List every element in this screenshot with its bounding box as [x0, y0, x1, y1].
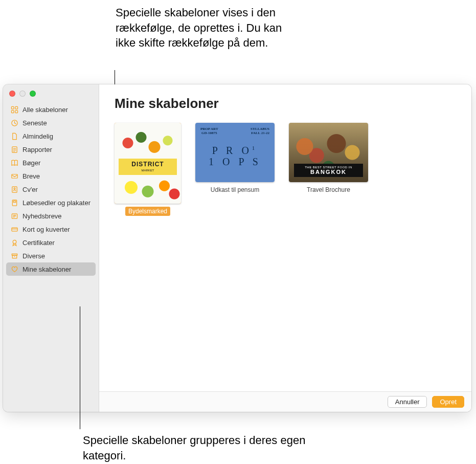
thumbnail-header: PROP ART GD-10875 SYLLABUS FALL 21-22 — [200, 127, 269, 135]
sidebar-item-newsletters[interactable]: Nyhedsbreve — [6, 209, 96, 223]
sidebar-item-letters[interactable]: Breve — [6, 169, 96, 183]
ribbon-icon — [10, 238, 18, 247]
template-chooser-window: Alle skabeloner Seneste Almindelig Rappo… — [3, 84, 471, 412]
svg-rect-6 — [11, 174, 17, 178]
sidebar-item-label: Seneste — [22, 119, 47, 127]
sidebar-item-label: Cv'er — [22, 186, 38, 193]
thumbnail-center-text: P R O1 1 O P S — [195, 142, 275, 167]
sidebar-item-label: Kort og kuverter — [22, 226, 70, 233]
thumb-top-right-2: FALL 21-22 — [251, 131, 269, 135]
thumb-top-left-1: PROP ART — [200, 127, 218, 131]
archive-icon — [10, 252, 18, 260]
close-window-button[interactable] — [9, 91, 15, 97]
window-controls — [3, 84, 99, 102]
thumbnail-art: PROP ART GD-10875 SYLLABUS FALL 21-22 P … — [195, 123, 275, 182]
person-doc-icon — [10, 185, 18, 193]
callout-top: Specielle skabeloner vises i den rækkefø… — [116, 5, 289, 51]
grid-icon — [10, 105, 18, 114]
sidebar-item-misc[interactable]: Diverse — [6, 249, 96, 262]
sidebar-item-flyers[interactable]: Løbesedler og plakater — [6, 196, 96, 209]
svg-point-13 — [13, 240, 16, 244]
newsletter-icon — [10, 212, 18, 220]
thumb-top-right-1: SYLLABUS — [251, 127, 269, 131]
sidebar-item-books[interactable]: Bøger — [6, 156, 96, 169]
card-icon — [10, 225, 18, 233]
template-scroll-area[interactable]: Mine skabeloner DISTRICT MARKET Bydelsma… — [99, 84, 471, 391]
template-bydelsmarked[interactable]: DISTRICT MARKET Bydelsmarked — [115, 123, 181, 216]
cancel-button[interactable]: Annuller — [388, 396, 427, 408]
svg-rect-3 — [15, 110, 17, 113]
sidebar-item-label: Breve — [22, 172, 40, 180]
thumb-center-1: P R O — [212, 145, 252, 156]
sidebar-item-label: Mine skabeloner — [22, 266, 71, 273]
sidebar-item-label: Almindelig — [22, 132, 53, 140]
thumbnail-title: DISTRICT — [131, 161, 164, 168]
sidebar-item-label: Bøger — [22, 159, 40, 167]
zoom-window-button[interactable] — [30, 91, 36, 97]
doc-icon — [10, 132, 18, 140]
letter-icon — [10, 172, 18, 180]
template-thumbnail: DISTRICT MARKET — [115, 123, 181, 204]
report-icon — [10, 145, 18, 153]
template-grid: DISTRICT MARKET Bydelsmarked PROP ART GD… — [115, 123, 456, 216]
sidebar-item-label: Diverse — [22, 252, 45, 260]
book-icon — [10, 159, 18, 167]
template-thumbnail: THE BEST STREET FOOD IN BANGKOK — [289, 123, 368, 182]
sidebar-item-resumes[interactable]: Cv'er — [6, 183, 96, 196]
thumbnail-subtitle: MARKET — [119, 169, 177, 172]
svg-rect-0 — [11, 106, 14, 109]
main-pane: Mine skabeloner DISTRICT MARKET Bydelsma… — [99, 84, 471, 412]
sidebar-item-certificates[interactable]: Certifikater — [6, 236, 96, 249]
template-udkast-til-pensum[interactable]: PROP ART GD-10875 SYLLABUS FALL 21-22 P … — [195, 123, 275, 194]
svg-rect-12 — [11, 228, 17, 231]
sidebar-item-my-templates[interactable]: Mine skabeloner — [6, 262, 96, 276]
sidebar-item-label: Rapporter — [22, 146, 52, 153]
heart-icon — [10, 265, 18, 273]
thumbnail-caption: THE BEST STREET FOOD IN BANGKOK — [294, 164, 363, 177]
template-label: Bydelsmarked — [125, 207, 170, 216]
sidebar: Alle skabeloner Seneste Almindelig Rappo… — [3, 84, 99, 412]
thumbnail-city: BANGKOK — [295, 169, 362, 175]
sidebar-item-reports[interactable]: Rapporter — [6, 143, 96, 156]
sidebar-item-label: Løbesedler og plakater — [22, 199, 90, 207]
flyer-icon — [10, 198, 18, 207]
sidebar-category-list: Alle skabeloner Seneste Almindelig Rappo… — [3, 102, 99, 277]
template-label: Udkast til pensum — [208, 185, 262, 194]
callout-bottom: Specielle skabeloner grupperes i deres e… — [83, 433, 318, 463]
template-thumbnail: PROP ART GD-10875 SYLLABUS FALL 21-22 P … — [195, 123, 275, 182]
sidebar-item-cards[interactable]: Kort og kuverter — [6, 223, 96, 236]
sidebar-item-label: Alle skabeloner — [22, 106, 68, 114]
footer-bar: Annuller Opret — [99, 391, 471, 412]
sidebar-item-all-templates[interactable]: Alle skabeloner — [6, 103, 96, 116]
svg-point-8 — [14, 188, 15, 189]
callout-leader-line — [80, 306, 80, 429]
svg-rect-2 — [11, 110, 14, 113]
sidebar-item-label: Nyhedsbreve — [22, 212, 62, 220]
template-label: Travel Brochure — [304, 185, 353, 194]
sidebar-item-recents[interactable]: Seneste — [6, 116, 96, 129]
sidebar-item-basic[interactable]: Almindelig — [6, 129, 96, 143]
svg-rect-10 — [13, 201, 16, 202]
thumb-top-left-2: GD-10875 — [200, 131, 218, 135]
svg-rect-1 — [15, 106, 17, 109]
template-travel-brochure[interactable]: THE BEST STREET FOOD IN BANGKOK Travel B… — [289, 123, 368, 194]
thumb-center-2: 1 O P S — [195, 156, 275, 167]
create-button[interactable]: Opret — [432, 396, 464, 408]
minimize-window-button[interactable] — [19, 91, 26, 97]
sidebar-item-label: Certifikater — [22, 239, 55, 247]
page-title: Mine skabeloner — [115, 96, 456, 112]
thumbnail-banner: DISTRICT MARKET — [119, 159, 177, 175]
clock-icon — [10, 119, 18, 127]
